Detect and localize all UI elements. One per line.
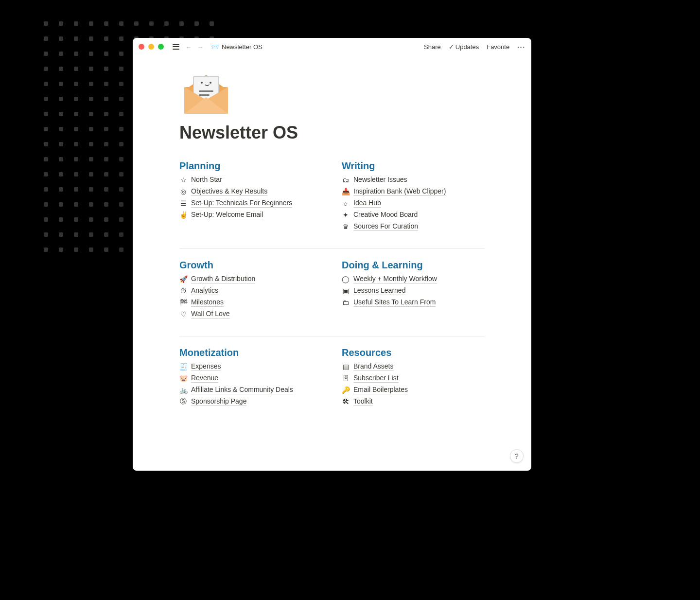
link-label: Creative Mood Board <box>353 211 418 219</box>
divider <box>179 248 485 249</box>
page-link[interactable]: ♛Sources For Curation <box>342 222 485 231</box>
link-icon: ✌ <box>179 211 187 219</box>
link-label: Growth & Distribution <box>191 275 255 283</box>
link-icon: 🗂 <box>342 176 350 184</box>
section-resources: Resources ▤Brand Assets🗄Subscriber List🔑… <box>342 347 485 406</box>
section-heading: Writing <box>342 160 485 172</box>
link-label: Milestones <box>191 298 224 307</box>
page-link[interactable]: ☼Idea Hub <box>342 199 485 208</box>
link-icon: Ⓢ <box>179 397 187 406</box>
section-heading: Growth <box>179 260 322 271</box>
titlebar: ← → 📨 Newsletter OS Share ✓ Updates Favo… <box>133 38 531 55</box>
section-heading: Doing & Learning <box>342 260 485 271</box>
link-label: Objectives & Key Results <box>191 187 267 196</box>
link-icon: ▤ <box>342 363 350 371</box>
page-link[interactable]: 📥Inspiration Bank (Web Clipper) <box>342 187 485 196</box>
page-link[interactable]: ☰Set-Up: Technicals For Beginners <box>179 199 322 208</box>
page-link[interactable]: ▤Brand Assets <box>342 362 485 371</box>
link-icon: ◎ <box>179 188 187 195</box>
page-icon[interactable] <box>179 65 485 119</box>
link-label: Revenue <box>191 374 218 383</box>
link-label: Wall Of Love <box>191 310 230 318</box>
minimize-window-button[interactable] <box>148 44 154 50</box>
page-link[interactable]: ◎Objectives & Key Results <box>179 187 322 196</box>
page-link[interactable]: 🏁Milestones <box>179 298 322 307</box>
divider <box>179 336 485 336</box>
app-window: ← → 📨 Newsletter OS Share ✓ Updates Favo… <box>133 38 531 471</box>
page-link[interactable]: ✦Creative Mood Board <box>342 211 485 219</box>
favorite-button[interactable]: Favorite <box>487 43 509 51</box>
window-controls <box>139 44 164 50</box>
breadcrumb-title: Newsletter OS <box>222 43 262 51</box>
link-icon: ☰ <box>179 199 187 207</box>
page-link[interactable]: ⏱Analytics <box>179 286 322 295</box>
link-icon: ◯ <box>342 275 350 283</box>
more-menu-icon[interactable]: ··· <box>517 43 525 51</box>
link-icon: ▣ <box>342 287 350 295</box>
page-link[interactable]: 🗄Subscriber List <box>342 374 485 383</box>
page-title: Newsletter OS <box>179 123 485 143</box>
breadcrumb[interactable]: 📨 Newsletter OS <box>210 43 262 51</box>
section-heading: Resources <box>342 347 485 358</box>
page-link[interactable]: ✌Set-Up: Welcome Email <box>179 211 322 219</box>
breadcrumb-icon: 📨 <box>210 43 219 51</box>
page-link[interactable]: ◯Weekly + Monthly Workflow <box>342 275 485 283</box>
page-link[interactable]: 🔑Email Boilerplates <box>342 386 485 394</box>
link-label: Sponsorship Page <box>191 397 246 406</box>
link-icon: 🗄 <box>342 374 350 382</box>
link-icon: 🛠 <box>342 398 350 406</box>
section-heading: Monetization <box>179 347 322 358</box>
section-growth: Growth 🚀Growth & Distribution⏱Analytics🏁… <box>179 260 322 318</box>
link-icon: 🚀 <box>179 275 187 283</box>
nav-forward-button[interactable]: → <box>196 43 205 51</box>
link-label: Expenses <box>191 362 221 371</box>
link-label: Useful Sites To Learn From <box>353 298 436 307</box>
link-label: Set-Up: Technicals For Beginners <box>191 199 292 208</box>
link-icon: ♛ <box>342 223 350 230</box>
page-link[interactable]: 🐷Revenue <box>179 374 322 383</box>
link-icon: ☼ <box>342 199 350 207</box>
maximize-window-button[interactable] <box>158 44 164 50</box>
link-icon: 🐷 <box>179 374 187 382</box>
link-label: Lessons Learned <box>353 286 405 295</box>
link-label: Brand Assets <box>353 362 394 371</box>
link-icon: ✦ <box>342 211 350 219</box>
section-doing-learning: Doing & Learning ◯Weekly + Monthly Workf… <box>342 260 485 318</box>
page-link[interactable]: 🧾Expenses <box>179 362 322 371</box>
section-writing: Writing 🗂Newsletter Issues📥Inspiration B… <box>342 160 485 231</box>
page-link[interactable]: ♡Wall Of Love <box>179 310 322 318</box>
sidebar-toggle-icon[interactable] <box>173 44 179 50</box>
link-label: Idea Hub <box>353 199 381 208</box>
nav-back-button[interactable]: ← <box>184 43 192 51</box>
page-link[interactable]: 🚲Affiliate Links & Community Deals <box>179 386 322 394</box>
section-heading: Planning <box>179 160 322 172</box>
link-icon: 🔑 <box>342 386 350 394</box>
page-link[interactable]: 🗂Newsletter Issues <box>342 176 485 184</box>
link-icon: ♡ <box>179 310 187 318</box>
page-link[interactable]: 🚀Growth & Distribution <box>179 275 322 283</box>
checkmark-icon: ✓ <box>449 43 454 51</box>
topbar-actions: Share ✓ Updates Favorite ··· <box>424 43 525 51</box>
section-planning: Planning ☆North Star◎Objectives & Key Re… <box>179 160 322 231</box>
link-label: Email Boilerplates <box>353 386 408 394</box>
page-link[interactable]: 🗀Useful Sites To Learn From <box>342 298 485 307</box>
help-button[interactable]: ? <box>510 449 524 463</box>
page-link[interactable]: ▣Lessons Learned <box>342 286 485 295</box>
page-link[interactable]: 🛠Toolkit <box>342 397 485 406</box>
share-button[interactable]: Share <box>424 43 441 51</box>
link-icon: 🗀 <box>342 299 350 306</box>
link-label: Sources For Curation <box>353 222 418 231</box>
updates-button[interactable]: ✓ Updates <box>449 43 479 51</box>
section-monetization: Monetization 🧾Expenses🐷Revenue🚲Affiliate… <box>179 347 322 406</box>
updates-label: Updates <box>455 43 479 51</box>
page-link[interactable]: ⓈSponsorship Page <box>179 397 322 406</box>
link-icon: 📥 <box>342 188 350 195</box>
link-label: Toolkit <box>353 397 373 406</box>
sections-grid: Planning ☆North Star◎Objectives & Key Re… <box>179 160 485 417</box>
page-link[interactable]: ☆North Star <box>179 176 322 184</box>
link-label: Affiliate Links & Community Deals <box>191 386 293 394</box>
link-icon: ⏱ <box>179 287 187 295</box>
link-label: Inspiration Bank (Web Clipper) <box>353 187 446 196</box>
close-window-button[interactable] <box>139 44 144 50</box>
envelope-icon <box>179 65 233 119</box>
